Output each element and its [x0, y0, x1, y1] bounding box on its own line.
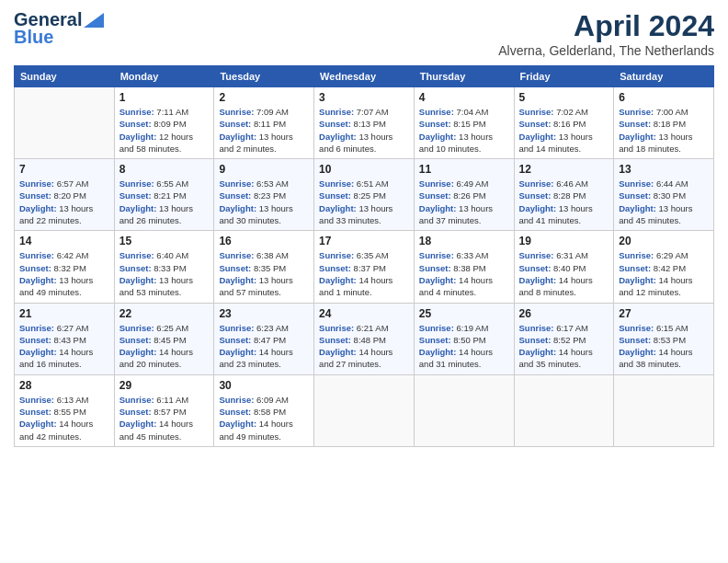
- day-info: Sunrise: 6:53 AMSunset: 8:23 PMDaylight:…: [219, 178, 309, 226]
- sunset-label: Sunset:: [619, 335, 653, 345]
- sunrise-label: Sunrise:: [19, 250, 57, 260]
- week-row-2: 7Sunrise: 6:57 AMSunset: 8:20 PMDaylight…: [15, 159, 714, 231]
- week-row-1: 1Sunrise: 7:11 AMSunset: 8:09 PMDaylight…: [15, 87, 714, 159]
- sunrise-label: Sunrise:: [219, 107, 256, 117]
- day-info: Sunrise: 6:49 AMSunset: 8:26 PMDaylight:…: [419, 178, 509, 226]
- sunset-label: Sunset:: [219, 263, 253, 273]
- sunset-label: Sunset:: [419, 263, 453, 273]
- day-info: Sunrise: 6:27 AMSunset: 8:43 PMDaylight:…: [19, 322, 109, 371]
- day-cell-7: 7Sunrise: 6:57 AMSunset: 8:20 PMDaylight…: [15, 159, 115, 231]
- day-info: Sunrise: 7:02 AMSunset: 8:16 PMDaylight:…: [519, 106, 609, 155]
- daylight-label: Daylight:: [619, 203, 658, 213]
- daylight-label: Daylight:: [119, 347, 159, 357]
- sunrise-label: Sunrise:: [319, 178, 357, 189]
- day-number: 9: [219, 163, 309, 176]
- sunrise-label: Sunrise:: [519, 107, 557, 117]
- day-number: 3: [319, 91, 409, 104]
- day-cell-20: 20Sunrise: 6:29 AMSunset: 8:42 PMDayligh…: [614, 231, 714, 303]
- page: General Blue April 2024 Alverna, Gelderl…: [0, 0, 728, 456]
- day-cell-12: 12Sunrise: 6:46 AMSunset: 8:28 PMDayligh…: [514, 159, 614, 231]
- day-header-saturday: Saturday: [614, 66, 714, 87]
- sunset-label: Sunset:: [319, 190, 353, 201]
- day-info: Sunrise: 6:38 AMSunset: 8:35 PMDaylight:…: [219, 249, 309, 298]
- sunrise-label: Sunrise:: [119, 178, 157, 189]
- day-cell-27: 27Sunrise: 6:15 AMSunset: 8:53 PMDayligh…: [614, 303, 714, 374]
- title-section: April 2024 Alverna, Gelderland, The Neth…: [498, 9, 714, 58]
- sunrise-label: Sunrise:: [619, 107, 656, 117]
- week-row-4: 21Sunrise: 6:27 AMSunset: 8:43 PMDayligh…: [15, 303, 714, 374]
- day-info: Sunrise: 6:25 AMSunset: 8:45 PMDaylight:…: [119, 322, 210, 371]
- sunset-label: Sunset:: [119, 335, 154, 345]
- day-info: Sunrise: 6:40 AMSunset: 8:33 PMDaylight:…: [119, 249, 210, 298]
- day-number: 23: [219, 307, 309, 320]
- sunset-label: Sunset:: [19, 335, 53, 345]
- daylight-label: Daylight:: [219, 203, 258, 213]
- day-number: 21: [19, 307, 109, 320]
- day-cell-8: 8Sunrise: 6:55 AMSunset: 8:21 PMDaylight…: [114, 159, 214, 231]
- day-number: 2: [219, 91, 309, 104]
- day-header-sunday: Sunday: [15, 66, 115, 87]
- day-header-monday: Monday: [114, 66, 214, 87]
- day-info: Sunrise: 6:35 AMSunset: 8:37 PMDaylight:…: [319, 249, 409, 298]
- logo-blue: Blue: [14, 27, 53, 48]
- daylight-label: Daylight:: [519, 347, 559, 357]
- day-number: 24: [319, 307, 409, 320]
- sunset-label: Sunset:: [19, 190, 53, 201]
- daylight-label: Daylight:: [219, 132, 258, 142]
- day-info: Sunrise: 6:15 AMSunset: 8:53 PMDaylight:…: [619, 322, 709, 371]
- day-cell-16: 16Sunrise: 6:38 AMSunset: 8:35 PMDayligh…: [214, 231, 314, 303]
- sunset-label: Sunset:: [219, 335, 253, 345]
- sunset-label: Sunset:: [19, 263, 53, 273]
- day-info: Sunrise: 7:00 AMSunset: 8:18 PMDaylight:…: [619, 106, 709, 155]
- sunrise-label: Sunrise:: [119, 395, 157, 405]
- sunset-label: Sunset:: [619, 119, 653, 129]
- day-cell-2: 2Sunrise: 7:09 AMSunset: 8:11 PMDaylight…: [214, 87, 314, 159]
- day-info: Sunrise: 6:09 AMSunset: 8:58 PMDaylight:…: [219, 394, 309, 442]
- daylight-label: Daylight:: [419, 275, 459, 285]
- day-cell-21: 21Sunrise: 6:27 AMSunset: 8:43 PMDayligh…: [15, 303, 115, 374]
- day-number: 17: [319, 235, 409, 247]
- empty-cell: [414, 374, 514, 446]
- empty-cell: [314, 374, 415, 446]
- day-cell-28: 28Sunrise: 6:13 AMSunset: 8:55 PMDayligh…: [15, 374, 115, 446]
- sunrise-label: Sunrise:: [119, 323, 157, 333]
- sunrise-label: Sunrise:: [319, 250, 357, 260]
- day-cell-15: 15Sunrise: 6:40 AMSunset: 8:33 PMDayligh…: [114, 231, 214, 303]
- day-cell-25: 25Sunrise: 6:19 AMSunset: 8:50 PMDayligh…: [414, 303, 514, 374]
- daylight-label: Daylight:: [519, 132, 559, 142]
- day-cell-11: 11Sunrise: 6:49 AMSunset: 8:26 PMDayligh…: [414, 159, 514, 231]
- sunset-label: Sunset:: [519, 263, 553, 273]
- logo-icon: [84, 13, 104, 28]
- month-title: April 2024: [498, 9, 714, 43]
- svg-marker-0: [84, 13, 104, 28]
- sunset-label: Sunset:: [519, 335, 553, 345]
- daylight-label: Daylight:: [419, 132, 459, 142]
- sunrise-label: Sunrise:: [619, 178, 656, 189]
- day-info: Sunrise: 6:19 AMSunset: 8:50 PMDaylight:…: [419, 322, 509, 371]
- sunset-label: Sunset:: [319, 335, 353, 345]
- day-number: 20: [619, 235, 709, 247]
- day-number: 11: [419, 163, 509, 176]
- location: Alverna, Gelderland, The Netherlands: [498, 43, 714, 58]
- day-number: 26: [519, 307, 609, 320]
- day-info: Sunrise: 7:09 AMSunset: 8:11 PMDaylight:…: [219, 106, 309, 155]
- sunrise-label: Sunrise:: [19, 323, 57, 333]
- day-info: Sunrise: 6:51 AMSunset: 8:25 PMDaylight:…: [319, 178, 409, 226]
- day-cell-18: 18Sunrise: 6:33 AMSunset: 8:38 PMDayligh…: [414, 231, 514, 303]
- day-cell-17: 17Sunrise: 6:35 AMSunset: 8:37 PMDayligh…: [314, 231, 415, 303]
- day-header-tuesday: Tuesday: [214, 66, 314, 87]
- day-header-thursday: Thursday: [414, 66, 514, 87]
- sunrise-label: Sunrise:: [119, 250, 157, 260]
- sunset-label: Sunset:: [519, 119, 553, 129]
- daylight-label: Daylight:: [419, 347, 459, 357]
- day-cell-26: 26Sunrise: 6:17 AMSunset: 8:52 PMDayligh…: [514, 303, 614, 374]
- daylight-label: Daylight:: [319, 203, 358, 213]
- daylight-label: Daylight:: [19, 347, 59, 357]
- day-number: 29: [119, 379, 210, 392]
- day-cell-3: 3Sunrise: 7:07 AMSunset: 8:13 PMDaylight…: [314, 87, 415, 159]
- day-info: Sunrise: 7:11 AMSunset: 8:09 PMDaylight:…: [119, 106, 210, 155]
- day-cell-22: 22Sunrise: 6:25 AMSunset: 8:45 PMDayligh…: [114, 303, 214, 374]
- calendar-table: SundayMondayTuesdayWednesdayThursdayFrid…: [14, 65, 714, 447]
- sunset-label: Sunset:: [219, 407, 253, 417]
- daylight-label: Daylight:: [119, 203, 159, 213]
